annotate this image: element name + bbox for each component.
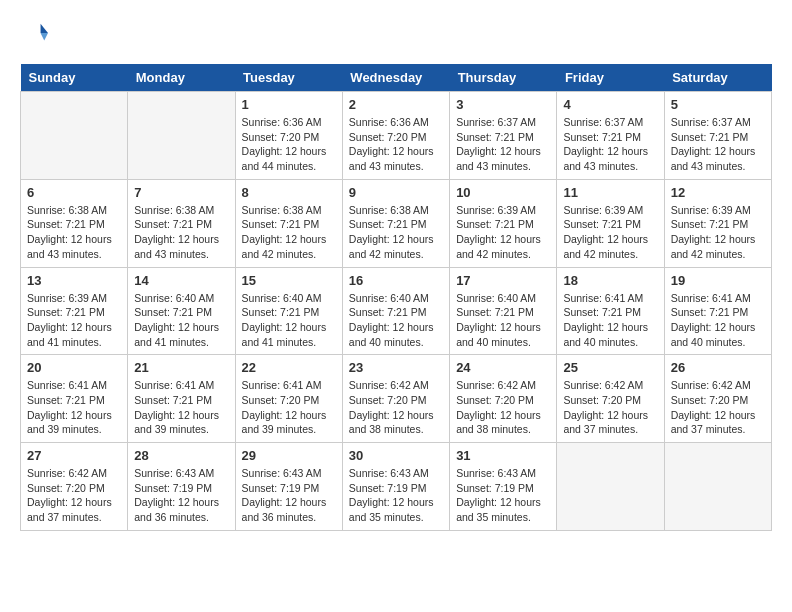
day-number: 26 <box>671 360 765 375</box>
week-row-4: 20Sunrise: 6:41 AM Sunset: 7:21 PM Dayli… <box>21 355 772 443</box>
day-number: 30 <box>349 448 443 463</box>
day-info: Sunrise: 6:39 AM Sunset: 7:21 PM Dayligh… <box>671 203 765 262</box>
day-info: Sunrise: 6:41 AM Sunset: 7:20 PM Dayligh… <box>242 378 336 437</box>
day-number: 25 <box>563 360 657 375</box>
calendar-body: 1Sunrise: 6:36 AM Sunset: 7:20 PM Daylig… <box>21 92 772 531</box>
day-number: 8 <box>242 185 336 200</box>
calendar-cell: 22Sunrise: 6:41 AM Sunset: 7:20 PM Dayli… <box>235 355 342 443</box>
calendar-cell: 30Sunrise: 6:43 AM Sunset: 7:19 PM Dayli… <box>342 443 449 531</box>
calendar-cell: 28Sunrise: 6:43 AM Sunset: 7:19 PM Dayli… <box>128 443 235 531</box>
day-info: Sunrise: 6:43 AM Sunset: 7:19 PM Dayligh… <box>242 466 336 525</box>
day-info: Sunrise: 6:40 AM Sunset: 7:21 PM Dayligh… <box>349 291 443 350</box>
day-info: Sunrise: 6:40 AM Sunset: 7:21 PM Dayligh… <box>242 291 336 350</box>
day-number: 18 <box>563 273 657 288</box>
header-cell-friday: Friday <box>557 64 664 92</box>
day-number: 7 <box>134 185 228 200</box>
calendar-cell: 15Sunrise: 6:40 AM Sunset: 7:21 PM Dayli… <box>235 267 342 355</box>
day-info: Sunrise: 6:37 AM Sunset: 7:21 PM Dayligh… <box>671 115 765 174</box>
calendar-cell: 24Sunrise: 6:42 AM Sunset: 7:20 PM Dayli… <box>450 355 557 443</box>
day-info: Sunrise: 6:42 AM Sunset: 7:20 PM Dayligh… <box>27 466 121 525</box>
calendar-cell: 3Sunrise: 6:37 AM Sunset: 7:21 PM Daylig… <box>450 92 557 180</box>
day-number: 19 <box>671 273 765 288</box>
day-info: Sunrise: 6:38 AM Sunset: 7:21 PM Dayligh… <box>242 203 336 262</box>
calendar-cell: 25Sunrise: 6:42 AM Sunset: 7:20 PM Dayli… <box>557 355 664 443</box>
calendar-cell: 31Sunrise: 6:43 AM Sunset: 7:19 PM Dayli… <box>450 443 557 531</box>
day-number: 13 <box>27 273 121 288</box>
day-number: 5 <box>671 97 765 112</box>
header-row: SundayMondayTuesdayWednesdayThursdayFrid… <box>21 64 772 92</box>
week-row-1: 1Sunrise: 6:36 AM Sunset: 7:20 PM Daylig… <box>21 92 772 180</box>
day-info: Sunrise: 6:36 AM Sunset: 7:20 PM Dayligh… <box>242 115 336 174</box>
day-info: Sunrise: 6:42 AM Sunset: 7:20 PM Dayligh… <box>563 378 657 437</box>
calendar-cell: 2Sunrise: 6:36 AM Sunset: 7:20 PM Daylig… <box>342 92 449 180</box>
logo-icon <box>20 20 48 48</box>
day-info: Sunrise: 6:41 AM Sunset: 7:21 PM Dayligh… <box>134 378 228 437</box>
day-info: Sunrise: 6:37 AM Sunset: 7:21 PM Dayligh… <box>563 115 657 174</box>
calendar-cell: 5Sunrise: 6:37 AM Sunset: 7:21 PM Daylig… <box>664 92 771 180</box>
page-header <box>20 20 772 48</box>
day-number: 29 <box>242 448 336 463</box>
calendar-cell: 11Sunrise: 6:39 AM Sunset: 7:21 PM Dayli… <box>557 179 664 267</box>
calendar-table: SundayMondayTuesdayWednesdayThursdayFrid… <box>20 64 772 531</box>
calendar-cell: 18Sunrise: 6:41 AM Sunset: 7:21 PM Dayli… <box>557 267 664 355</box>
header-cell-monday: Monday <box>128 64 235 92</box>
svg-marker-0 <box>41 24 48 33</box>
day-number: 23 <box>349 360 443 375</box>
day-info: Sunrise: 6:37 AM Sunset: 7:21 PM Dayligh… <box>456 115 550 174</box>
day-number: 12 <box>671 185 765 200</box>
day-info: Sunrise: 6:41 AM Sunset: 7:21 PM Dayligh… <box>27 378 121 437</box>
svg-marker-1 <box>41 33 48 40</box>
day-info: Sunrise: 6:43 AM Sunset: 7:19 PM Dayligh… <box>456 466 550 525</box>
day-number: 24 <box>456 360 550 375</box>
calendar-cell: 10Sunrise: 6:39 AM Sunset: 7:21 PM Dayli… <box>450 179 557 267</box>
day-info: Sunrise: 6:38 AM Sunset: 7:21 PM Dayligh… <box>134 203 228 262</box>
day-number: 21 <box>134 360 228 375</box>
calendar-cell: 7Sunrise: 6:38 AM Sunset: 7:21 PM Daylig… <box>128 179 235 267</box>
day-number: 15 <box>242 273 336 288</box>
day-info: Sunrise: 6:43 AM Sunset: 7:19 PM Dayligh… <box>349 466 443 525</box>
calendar-cell: 12Sunrise: 6:39 AM Sunset: 7:21 PM Dayli… <box>664 179 771 267</box>
day-info: Sunrise: 6:40 AM Sunset: 7:21 PM Dayligh… <box>456 291 550 350</box>
header-cell-thursday: Thursday <box>450 64 557 92</box>
calendar-cell: 8Sunrise: 6:38 AM Sunset: 7:21 PM Daylig… <box>235 179 342 267</box>
day-info: Sunrise: 6:40 AM Sunset: 7:21 PM Dayligh… <box>134 291 228 350</box>
calendar-header: SundayMondayTuesdayWednesdayThursdayFrid… <box>21 64 772 92</box>
day-number: 22 <box>242 360 336 375</box>
day-info: Sunrise: 6:38 AM Sunset: 7:21 PM Dayligh… <box>27 203 121 262</box>
day-number: 4 <box>563 97 657 112</box>
calendar-cell: 20Sunrise: 6:41 AM Sunset: 7:21 PM Dayli… <box>21 355 128 443</box>
day-number: 10 <box>456 185 550 200</box>
day-info: Sunrise: 6:43 AM Sunset: 7:19 PM Dayligh… <box>134 466 228 525</box>
day-info: Sunrise: 6:36 AM Sunset: 7:20 PM Dayligh… <box>349 115 443 174</box>
day-number: 16 <box>349 273 443 288</box>
week-row-3: 13Sunrise: 6:39 AM Sunset: 7:21 PM Dayli… <box>21 267 772 355</box>
day-info: Sunrise: 6:42 AM Sunset: 7:20 PM Dayligh… <box>671 378 765 437</box>
calendar-cell: 27Sunrise: 6:42 AM Sunset: 7:20 PM Dayli… <box>21 443 128 531</box>
calendar-cell: 21Sunrise: 6:41 AM Sunset: 7:21 PM Dayli… <box>128 355 235 443</box>
day-info: Sunrise: 6:42 AM Sunset: 7:20 PM Dayligh… <box>349 378 443 437</box>
calendar-cell: 19Sunrise: 6:41 AM Sunset: 7:21 PM Dayli… <box>664 267 771 355</box>
day-info: Sunrise: 6:39 AM Sunset: 7:21 PM Dayligh… <box>456 203 550 262</box>
calendar-cell <box>128 92 235 180</box>
day-number: 20 <box>27 360 121 375</box>
day-number: 3 <box>456 97 550 112</box>
week-row-5: 27Sunrise: 6:42 AM Sunset: 7:20 PM Dayli… <box>21 443 772 531</box>
day-info: Sunrise: 6:41 AM Sunset: 7:21 PM Dayligh… <box>563 291 657 350</box>
day-number: 11 <box>563 185 657 200</box>
header-cell-sunday: Sunday <box>21 64 128 92</box>
calendar-cell: 6Sunrise: 6:38 AM Sunset: 7:21 PM Daylig… <box>21 179 128 267</box>
day-number: 17 <box>456 273 550 288</box>
calendar-cell: 29Sunrise: 6:43 AM Sunset: 7:19 PM Dayli… <box>235 443 342 531</box>
calendar-cell <box>557 443 664 531</box>
header-cell-tuesday: Tuesday <box>235 64 342 92</box>
day-number: 14 <box>134 273 228 288</box>
calendar-cell <box>21 92 128 180</box>
day-info: Sunrise: 6:38 AM Sunset: 7:21 PM Dayligh… <box>349 203 443 262</box>
week-row-2: 6Sunrise: 6:38 AM Sunset: 7:21 PM Daylig… <box>21 179 772 267</box>
day-info: Sunrise: 6:41 AM Sunset: 7:21 PM Dayligh… <box>671 291 765 350</box>
calendar-cell: 26Sunrise: 6:42 AM Sunset: 7:20 PM Dayli… <box>664 355 771 443</box>
day-number: 31 <box>456 448 550 463</box>
day-number: 28 <box>134 448 228 463</box>
logo <box>20 20 52 48</box>
day-number: 6 <box>27 185 121 200</box>
